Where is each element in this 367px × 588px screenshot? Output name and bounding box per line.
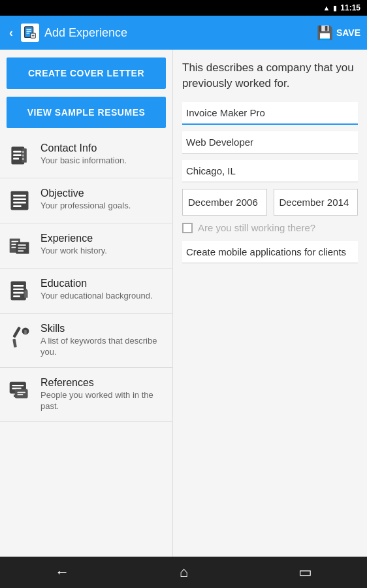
contact-text: Contact Info Your basic information. — [40, 142, 127, 167]
svg-rect-27 — [18, 250, 24, 252]
svg-rect-18 — [13, 202, 26, 204]
svg-rect-10 — [13, 154, 22, 156]
battery-icon: ▮ — [333, 4, 337, 12]
sidebar-item-references[interactable]: References People you worked with in the… — [0, 368, 172, 422]
svg-rect-33 — [24, 291, 27, 298]
sidebar-item-skills[interactable]: Skills A list of keywords that describe … — [0, 314, 172, 368]
references-icon — [7, 377, 33, 403]
view-sample-resumes-button[interactable]: VIEW SAMPLE RESUMES — [7, 97, 166, 128]
status-bar: ▲ ▮ 11:15 — [0, 0, 367, 16]
still-working-label: Are you still working there? — [198, 222, 315, 233]
left-panel: CREATE COVER LETTER VIEW SAMPLE RESUMES … — [0, 50, 173, 557]
location-field[interactable]: Chicago, IL — [182, 160, 358, 182]
experience-icon — [7, 233, 33, 259]
svg-point-14 — [22, 158, 25, 161]
svg-rect-16 — [13, 195, 26, 197]
main-content: CREATE COVER LETTER VIEW SAMPLE RESUMES … — [0, 50, 367, 557]
sidebar-item-experience[interactable]: Experience Your work history. — [0, 223, 172, 269]
svg-rect-11 — [13, 158, 19, 160]
app-icon — [21, 24, 39, 42]
objective-label: Objective — [40, 188, 131, 199]
skills-text: Skills A list of keywords that describe … — [40, 323, 166, 358]
svg-rect-15 — [11, 191, 29, 210]
svg-rect-37 — [24, 330, 27, 335]
save-label: SAVE — [336, 27, 360, 38]
status-icons: ▲ ▮ 11:15 — [323, 3, 360, 12]
svg-rect-23 — [11, 247, 16, 248]
svg-rect-34 — [12, 327, 21, 338]
svg-rect-42 — [15, 389, 28, 398]
experience-desc: Your work history. — [40, 246, 107, 257]
top-bar-left: ‹ Add Experience — [7, 24, 127, 42]
education-label: Education — [40, 278, 153, 289]
back-button[interactable]: ‹ — [7, 24, 16, 42]
wifi-icon: ▲ — [323, 4, 330, 12]
svg-point-13 — [22, 154, 25, 157]
svg-rect-39 — [12, 385, 24, 386]
bottom-bar: ← ⌂ ▭ — [0, 557, 367, 588]
work-description-field[interactable]: Create mobile applications for clients — [182, 241, 358, 263]
skills-label: Skills — [40, 323, 166, 335]
skills-desc: A list of keywords that describe you. — [40, 336, 166, 358]
references-label: References — [40, 377, 166, 389]
svg-rect-21 — [11, 241, 18, 242]
experience-label: Experience — [40, 233, 107, 244]
sidebar-item-contact[interactable]: Contact Info Your basic information. — [0, 133, 172, 178]
svg-rect-32 — [13, 295, 20, 297]
experience-text: Experience Your work history. — [40, 233, 107, 257]
objective-desc: Your professional goals. — [40, 201, 131, 212]
svg-rect-19 — [13, 205, 22, 207]
references-text: References People you worked with in the… — [40, 377, 166, 412]
status-time: 11:15 — [340, 3, 360, 12]
save-button[interactable]: 💾 SAVE — [317, 25, 360, 41]
date-row: December 2006 December 2014 — [182, 189, 358, 216]
contact-icon — [7, 142, 33, 169]
description-text: This describes a company that you previo… — [182, 60, 358, 91]
svg-rect-43 — [17, 391, 25, 393]
company-name-field[interactable]: Invoice Maker Pro — [182, 102, 358, 125]
still-working-row: Are you still working there? — [182, 222, 358, 233]
svg-rect-17 — [13, 198, 26, 200]
end-date-field[interactable]: December 2014 — [274, 189, 359, 216]
objective-text: Objective Your professional goals. — [40, 188, 131, 212]
svg-rect-29 — [13, 285, 24, 287]
svg-rect-9 — [13, 151, 22, 153]
education-text: Education Your educational background. — [40, 278, 153, 302]
education-icon — [7, 278, 33, 304]
recents-nav-button[interactable]: ▭ — [285, 559, 325, 586]
sidebar-item-education[interactable]: Education Your educational background. — [0, 269, 172, 314]
svg-rect-30 — [13, 288, 24, 290]
job-title-field[interactable]: Web Developer — [182, 131, 358, 154]
skills-icon — [7, 323, 33, 349]
svg-rect-31 — [13, 292, 24, 294]
home-nav-button[interactable]: ⌂ — [167, 559, 201, 586]
contact-label: Contact Info — [40, 142, 127, 154]
svg-rect-25 — [18, 244, 26, 246]
svg-rect-28 — [11, 282, 26, 301]
education-desc: Your educational background. — [40, 291, 153, 302]
svg-rect-44 — [17, 394, 23, 395]
sidebar-item-objective[interactable]: Objective Your professional goals. — [0, 178, 172, 223]
top-bar: ‹ Add Experience 💾 SAVE — [0, 16, 367, 50]
contact-desc: Your basic information. — [40, 155, 127, 167]
svg-rect-26 — [18, 248, 26, 249]
create-cover-letter-button[interactable]: CREATE COVER LETTER — [7, 57, 166, 89]
right-panel: This describes a company that you previo… — [173, 50, 367, 557]
objective-icon — [7, 188, 33, 214]
save-icon: 💾 — [317, 25, 333, 41]
references-desc: People you worked with in the past. — [40, 390, 166, 412]
still-working-checkbox[interactable] — [182, 223, 193, 233]
svg-rect-35 — [12, 339, 17, 348]
start-date-field[interactable]: December 2006 — [182, 189, 267, 216]
page-title: Add Experience — [44, 26, 127, 40]
svg-point-12 — [22, 151, 25, 154]
back-nav-button[interactable]: ← — [42, 559, 82, 586]
